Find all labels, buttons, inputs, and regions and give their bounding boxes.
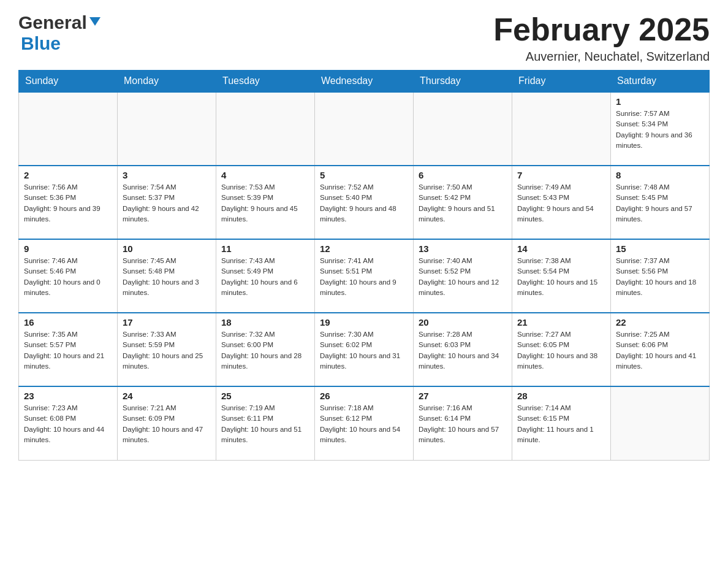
calendar-cell: 3Sunrise: 7:54 AMSunset: 5:37 PMDaylight… (118, 166, 216, 239)
logo-blue-text: Blue (21, 33, 61, 53)
day-number: 4 (221, 170, 309, 180)
calendar-cell: 4Sunrise: 7:53 AMSunset: 5:39 PMDaylight… (216, 166, 315, 239)
calendar-cell: 8Sunrise: 7:48 AMSunset: 5:45 PMDaylight… (611, 166, 710, 239)
day-info: Sunrise: 7:32 AMSunset: 6:00 PMDaylight:… (221, 329, 309, 372)
calendar-cell: 2Sunrise: 7:56 AMSunset: 5:36 PMDaylight… (19, 166, 118, 239)
week-row-4: 16Sunrise: 7:35 AMSunset: 5:57 PMDayligh… (19, 313, 710, 386)
day-info: Sunrise: 7:25 AMSunset: 6:06 PMDaylight:… (616, 329, 704, 372)
col-friday: Friday (512, 71, 611, 93)
calendar-cell (19, 92, 118, 166)
calendar-cell: 19Sunrise: 7:30 AMSunset: 6:02 PMDayligh… (315, 313, 414, 386)
title-block: February 2025 Auvernier, Neuchatel, Swit… (493, 12, 710, 64)
col-wednesday: Wednesday (315, 71, 414, 93)
col-monday: Monday (118, 71, 216, 93)
logo-arrow-icon (88, 15, 102, 31)
day-number: 27 (419, 391, 507, 401)
day-number: 25 (221, 391, 309, 401)
day-info: Sunrise: 7:50 AMSunset: 5:42 PMDaylight:… (419, 182, 507, 224)
col-saturday: Saturday (611, 71, 710, 93)
calendar-cell: 20Sunrise: 7:28 AMSunset: 6:03 PMDayligh… (414, 313, 512, 386)
day-number: 22 (616, 317, 704, 327)
day-info: Sunrise: 7:53 AMSunset: 5:39 PMDaylight:… (221, 182, 309, 224)
day-number: 7 (517, 170, 605, 180)
day-info: Sunrise: 7:33 AMSunset: 5:59 PMDaylight:… (123, 329, 211, 372)
day-number: 17 (123, 317, 211, 327)
logo-general-text: General (18, 12, 87, 33)
calendar-cell: 18Sunrise: 7:32 AMSunset: 6:00 PMDayligh… (216, 313, 315, 386)
day-number: 21 (517, 317, 605, 327)
week-row-5: 23Sunrise: 7:23 AMSunset: 6:08 PMDayligh… (19, 386, 710, 460)
day-number: 23 (24, 391, 112, 401)
day-number: 12 (320, 243, 408, 254)
day-number: 26 (320, 391, 408, 401)
calendar-cell: 12Sunrise: 7:41 AMSunset: 5:51 PMDayligh… (315, 239, 414, 313)
calendar-cell: 16Sunrise: 7:35 AMSunset: 5:57 PMDayligh… (19, 313, 118, 386)
calendar-cell (611, 386, 710, 460)
day-number: 11 (221, 243, 309, 254)
day-number: 9 (24, 243, 112, 254)
calendar-cell: 9Sunrise: 7:46 AMSunset: 5:46 PMDaylight… (19, 239, 118, 313)
calendar-cell (216, 92, 315, 166)
calendar-cell: 21Sunrise: 7:27 AMSunset: 6:05 PMDayligh… (512, 313, 611, 386)
col-tuesday: Tuesday (216, 71, 315, 93)
day-number: 2 (24, 170, 112, 180)
day-number: 14 (517, 243, 605, 254)
col-sunday: Sunday (19, 71, 118, 93)
day-info: Sunrise: 7:43 AMSunset: 5:49 PMDaylight:… (221, 256, 309, 298)
day-info: Sunrise: 7:16 AMSunset: 6:14 PMDaylight:… (419, 403, 507, 445)
day-number: 16 (24, 317, 112, 327)
calendar-cell (118, 92, 216, 166)
day-number: 13 (419, 243, 507, 254)
day-info: Sunrise: 7:30 AMSunset: 6:02 PMDaylight:… (320, 329, 408, 372)
calendar-cell: 22Sunrise: 7:25 AMSunset: 6:06 PMDayligh… (611, 313, 710, 386)
day-info: Sunrise: 7:35 AMSunset: 5:57 PMDaylight:… (24, 329, 112, 372)
week-row-2: 2Sunrise: 7:56 AMSunset: 5:36 PMDaylight… (19, 166, 710, 239)
day-info: Sunrise: 7:49 AMSunset: 5:43 PMDaylight:… (517, 182, 605, 224)
day-info: Sunrise: 7:40 AMSunset: 5:52 PMDaylight:… (419, 256, 507, 298)
calendar-cell: 13Sunrise: 7:40 AMSunset: 5:52 PMDayligh… (414, 239, 512, 313)
calendar-cell (414, 92, 512, 166)
svg-marker-0 (89, 17, 100, 26)
col-thursday: Thursday (414, 71, 512, 93)
calendar-header-row: Sunday Monday Tuesday Wednesday Thursday… (19, 71, 710, 93)
day-info: Sunrise: 7:37 AMSunset: 5:56 PMDaylight:… (616, 256, 704, 298)
day-number: 19 (320, 317, 408, 327)
day-info: Sunrise: 7:14 AMSunset: 6:15 PMDaylight:… (517, 403, 605, 445)
day-info: Sunrise: 7:41 AMSunset: 5:51 PMDaylight:… (320, 256, 408, 298)
calendar-cell: 6Sunrise: 7:50 AMSunset: 5:42 PMDaylight… (414, 166, 512, 239)
day-info: Sunrise: 7:23 AMSunset: 6:08 PMDaylight:… (24, 403, 112, 445)
logo: General Blue (18, 12, 102, 54)
calendar-cell: 24Sunrise: 7:21 AMSunset: 6:09 PMDayligh… (118, 386, 216, 460)
calendar-cell: 25Sunrise: 7:19 AMSunset: 6:11 PMDayligh… (216, 386, 315, 460)
calendar-cell: 1Sunrise: 7:57 AMSunset: 5:34 PMDaylight… (611, 92, 710, 166)
day-number: 3 (123, 170, 211, 180)
week-row-1: 1Sunrise: 7:57 AMSunset: 5:34 PMDaylight… (19, 92, 710, 166)
calendar-cell: 14Sunrise: 7:38 AMSunset: 5:54 PMDayligh… (512, 239, 611, 313)
calendar-cell: 28Sunrise: 7:14 AMSunset: 6:15 PMDayligh… (512, 386, 611, 460)
day-info: Sunrise: 7:46 AMSunset: 5:46 PMDaylight:… (24, 256, 112, 298)
day-number: 10 (123, 243, 211, 254)
day-number: 1 (616, 96, 704, 107)
calendar-cell: 11Sunrise: 7:43 AMSunset: 5:49 PMDayligh… (216, 239, 315, 313)
day-number: 8 (616, 170, 704, 180)
calendar-cell: 10Sunrise: 7:45 AMSunset: 5:48 PMDayligh… (118, 239, 216, 313)
calendar-cell: 27Sunrise: 7:16 AMSunset: 6:14 PMDayligh… (414, 386, 512, 460)
calendar-cell (512, 92, 611, 166)
day-number: 5 (320, 170, 408, 180)
calendar-cell: 23Sunrise: 7:23 AMSunset: 6:08 PMDayligh… (19, 386, 118, 460)
calendar-cell: 5Sunrise: 7:52 AMSunset: 5:40 PMDaylight… (315, 166, 414, 239)
month-title: February 2025 (493, 12, 710, 47)
calendar-table: Sunday Monday Tuesday Wednesday Thursday… (18, 70, 710, 461)
day-info: Sunrise: 7:27 AMSunset: 6:05 PMDaylight:… (517, 329, 605, 372)
day-info: Sunrise: 7:54 AMSunset: 5:37 PMDaylight:… (123, 182, 211, 224)
day-number: 6 (419, 170, 507, 180)
day-info: Sunrise: 7:38 AMSunset: 5:54 PMDaylight:… (517, 256, 605, 298)
calendar-cell: 7Sunrise: 7:49 AMSunset: 5:43 PMDaylight… (512, 166, 611, 239)
week-row-3: 9Sunrise: 7:46 AMSunset: 5:46 PMDaylight… (19, 239, 710, 313)
day-info: Sunrise: 7:57 AMSunset: 5:34 PMDaylight:… (616, 109, 704, 151)
calendar-cell: 17Sunrise: 7:33 AMSunset: 5:59 PMDayligh… (118, 313, 216, 386)
day-info: Sunrise: 7:48 AMSunset: 5:45 PMDaylight:… (616, 182, 704, 224)
day-info: Sunrise: 7:21 AMSunset: 6:09 PMDaylight:… (123, 403, 211, 445)
day-info: Sunrise: 7:19 AMSunset: 6:11 PMDaylight:… (221, 403, 309, 445)
location-text: Auvernier, Neuchatel, Switzerland (493, 50, 710, 64)
